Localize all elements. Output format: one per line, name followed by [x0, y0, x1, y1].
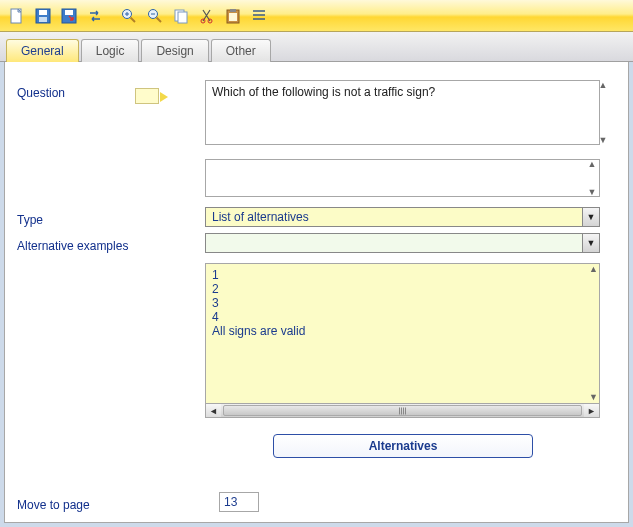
question-scroll-up-icon[interactable]: ▲ [596, 81, 610, 89]
alt-examples-row: Alternative examples ▼ 1 2 3 4 All signs… [5, 233, 628, 458]
svg-rect-18 [230, 9, 236, 12]
move-to-page-row: Move to page [5, 492, 628, 512]
alternatives-area: 1 2 3 4 All signs are valid ▲ ▼ ◄ ► [205, 263, 600, 418]
type-value: List of alternatives [212, 210, 309, 224]
type-row: Type List of alternatives ▼ [5, 207, 628, 227]
general-pane: Question ▲ ▼ ▲ ▼ Type [4, 62, 629, 523]
list-icon[interactable] [248, 5, 270, 27]
type-combobox[interactable]: List of alternatives ▼ [205, 207, 600, 227]
copy-icon[interactable] [170, 5, 192, 27]
tab-general[interactable]: General [6, 39, 79, 62]
save-icon[interactable] [32, 5, 54, 27]
question-label: Question [17, 86, 65, 100]
new-icon[interactable] [6, 5, 28, 27]
svg-rect-14 [178, 12, 187, 23]
swap-icon[interactable] [84, 5, 106, 27]
question-subtext-box[interactable]: ▲ ▼ [205, 159, 600, 197]
svg-rect-19 [229, 13, 237, 21]
alternatives-button[interactable]: Alternatives [273, 434, 533, 458]
alt-scroll-down-icon[interactable]: ▼ [589, 393, 598, 401]
tab-other[interactable]: Other [211, 39, 271, 62]
zoom-in-icon[interactable] [118, 5, 140, 27]
alt-examples-dropdown-icon[interactable]: ▼ [582, 234, 599, 252]
question-flag-icon[interactable] [135, 88, 159, 104]
question-row: Question ▲ ▼ ▲ ▼ [5, 80, 628, 197]
tab-logic[interactable]: Logic [81, 39, 140, 62]
hscroll-right-icon[interactable]: ► [584, 404, 599, 417]
zoom-out-icon[interactable] [144, 5, 166, 27]
tab-design[interactable]: Design [141, 39, 208, 62]
subtext-scroll-down-icon[interactable]: ▼ [585, 188, 599, 196]
export-icon[interactable] [58, 5, 80, 27]
alternatives-textarea[interactable]: 1 2 3 4 All signs are valid [205, 263, 600, 403]
tabstrip: General Logic Design Other [0, 32, 633, 62]
svg-rect-2 [39, 10, 47, 15]
svg-line-11 [157, 17, 162, 22]
alt-hscrollbar[interactable]: ◄ ► [205, 403, 600, 418]
alt-examples-label: Alternative examples [5, 233, 205, 253]
alt-scroll-up-icon[interactable]: ▲ [589, 265, 598, 273]
paste-icon[interactable] [222, 5, 244, 27]
question-label-col: Question [5, 80, 205, 104]
type-dropdown-icon[interactable]: ▼ [582, 208, 599, 226]
type-label: Type [5, 207, 205, 227]
cut-icon[interactable] [196, 5, 218, 27]
hscroll-left-icon[interactable]: ◄ [206, 404, 221, 417]
svg-rect-5 [65, 10, 73, 15]
alt-examples-combobox[interactable]: ▼ [205, 233, 600, 253]
question-scroll-down-icon[interactable]: ▼ [596, 136, 610, 144]
toolbar [0, 0, 633, 32]
hscroll-thumb[interactable] [223, 405, 582, 416]
move-to-page-label: Move to page [5, 492, 205, 512]
subtext-scroll-up-icon[interactable]: ▲ [585, 160, 599, 168]
question-textarea[interactable] [205, 80, 600, 145]
svg-rect-3 [39, 17, 47, 22]
svg-line-7 [131, 17, 136, 22]
page-number-input[interactable] [219, 492, 259, 512]
